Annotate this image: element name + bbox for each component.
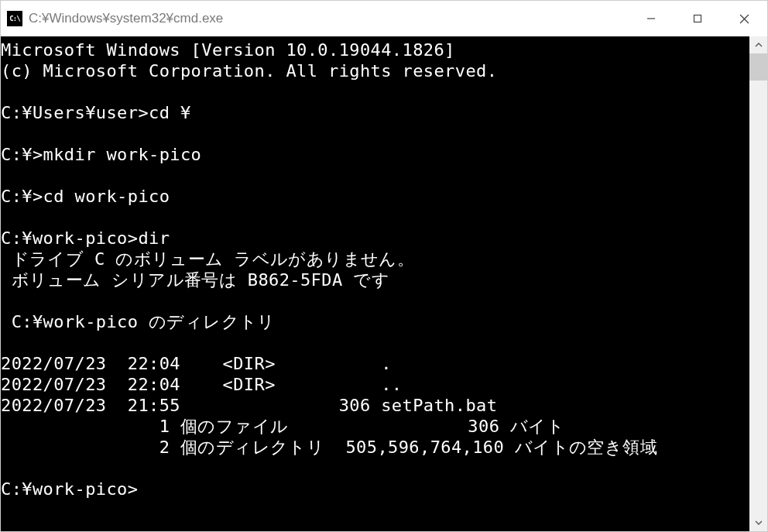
terminal-line: C:¥work-pico のディレクトリ bbox=[1, 311, 749, 332]
terminal-line bbox=[1, 81, 749, 102]
scroll-track[interactable] bbox=[749, 53, 767, 514]
close-button[interactable] bbox=[721, 1, 767, 36]
terminal-line: 2022/07/23 22:04 <DIR> .. bbox=[1, 374, 749, 395]
terminal-line: C:¥work-pico> bbox=[1, 479, 749, 499]
terminal-line: ボリューム シリアル番号は B862-5FDA です bbox=[1, 269, 749, 290]
terminal-line bbox=[1, 290, 749, 311]
minimize-button[interactable] bbox=[628, 1, 674, 36]
terminal-line: (c) Microsoft Corporation. All rights re… bbox=[1, 60, 749, 81]
terminal-line bbox=[1, 123, 749, 144]
maximize-button[interactable] bbox=[674, 1, 721, 36]
scroll-down-button[interactable] bbox=[749, 514, 767, 531]
scroll-thumb[interactable] bbox=[749, 53, 767, 81]
scroll-up-button[interactable] bbox=[749, 36, 767, 53]
terminal-line bbox=[1, 207, 749, 228]
svg-rect-1 bbox=[694, 15, 701, 22]
terminal-line: C:¥Users¥user>cd ¥ bbox=[1, 102, 749, 123]
terminal-line: 2022/07/23 21:55 306 setPath.bat bbox=[1, 395, 749, 416]
terminal-line: ドライブ C のボリューム ラベルがありません。 bbox=[1, 249, 749, 269]
titlebar[interactable]: C:\ C:¥Windows¥system32¥cmd.exe bbox=[1, 1, 767, 36]
client-area: Microsoft Windows [Version 10.0.19044.18… bbox=[1, 36, 767, 531]
window-controls bbox=[628, 1, 767, 36]
scrollbar[interactable] bbox=[749, 36, 767, 531]
terminal-line: C:¥work-pico>dir bbox=[1, 228, 749, 249]
terminal-output[interactable]: Microsoft Windows [Version 10.0.19044.18… bbox=[1, 36, 749, 531]
terminal-line: 1 個のファイル 306 バイト bbox=[1, 416, 749, 437]
terminal-line: C:¥>cd work-pico bbox=[1, 186, 749, 207]
terminal-line: 2022/07/23 22:04 <DIR> . bbox=[1, 353, 749, 374]
titlebar-left: C:\ C:¥Windows¥system32¥cmd.exe bbox=[7, 11, 223, 26]
window-title: C:¥Windows¥system32¥cmd.exe bbox=[29, 11, 223, 26]
terminal-line bbox=[1, 165, 749, 186]
cmd-window: C:\ C:¥Windows¥system32¥cmd.exe Microsof… bbox=[0, 0, 768, 532]
cmd-icon: C:\ bbox=[7, 11, 22, 26]
terminal-line bbox=[1, 458, 749, 479]
terminal-line: 2 個のディレクトリ 505,596,764,160 バイトの空き領域 bbox=[1, 437, 749, 458]
terminal-line: Microsoft Windows [Version 10.0.19044.18… bbox=[1, 39, 749, 60]
terminal-line: C:¥>mkdir work-pico bbox=[1, 144, 749, 165]
terminal-line bbox=[1, 332, 749, 353]
